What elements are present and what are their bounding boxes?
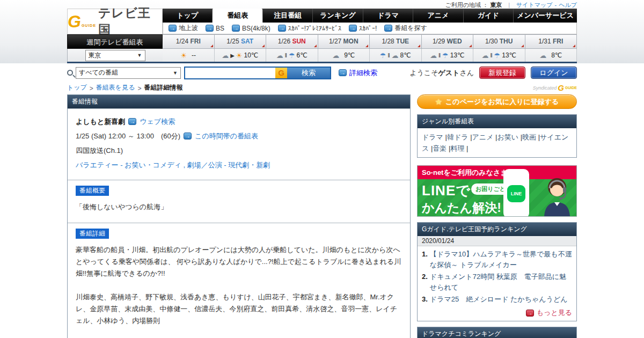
syndicated-label: Syndicated — [533, 85, 557, 91]
subnav-bs4k8k[interactable]: →BS(4k/8k) — [232, 25, 270, 32]
search-button[interactable]: 検索 — [287, 68, 330, 78]
genre-link[interactable]: アニメ — [472, 133, 494, 141]
detail-cast: 川畑泰史、高橋靖子、野下敏規、浅香あき恵、もりすけ、山田花子、宇都宮まき、新名徹… — [76, 291, 402, 327]
welcome-text: ようこそゲストさん — [409, 68, 474, 78]
subnav-bs[interactable]: →BS — [206, 25, 224, 32]
program-info-box: 番組情報 よしもと新喜劇 → ウェブ検索 1/25 (Sat) 12:00 ～ … — [67, 94, 411, 338]
chevron-down-icon: ▼ — [137, 53, 142, 58]
program-genres[interactable]: バラエティー - お笑い・コメディ , 劇場／公演 - 現代劇・新劇 — [76, 158, 402, 172]
day-tab-0127[interactable]: 1/27 MON — [318, 34, 370, 49]
weather-icon — [276, 52, 283, 59]
rank-title[interactable]: 【ドラマ10】ハムラアキラ～世界で最も不運な探偵～ トラブルメイカー — [430, 249, 572, 270]
breadcrumb-current: 番組詳細情報 — [144, 83, 182, 92]
search-icon — [67, 70, 73, 76]
day-tab-0129[interactable]: 1/29 WED — [422, 34, 474, 49]
ranking-item[interactable]: 2.ドキュメント72時間 秋葉原 電子部品に魅せられて — [422, 271, 572, 293]
site-header: G GUIDE テレビ王国 トップ 番組表 注目番組 ランキング ドラマ アニメ… — [67, 9, 577, 34]
weather-sep: ‖ — [387, 53, 390, 58]
topbar-divider: | — [508, 2, 510, 8]
reserve-ranking-box: Gガイド.テレビ王国予約ランキング 2020/01/24 1.【ドラマ10】ハム… — [417, 222, 577, 321]
web-search-link[interactable]: ウェブ検索 — [140, 114, 175, 129]
day-tab-0126[interactable]: 1/26 SUN — [266, 34, 318, 49]
program-type-select[interactable]: すべての番組▼ — [76, 67, 181, 79]
gguide-logo-icon: G — [558, 83, 564, 92]
gguide-logo-icon: G — [68, 13, 81, 30]
day-tab-0131[interactable]: 1/31 FRI — [525, 34, 577, 49]
genre-link[interactable]: 音楽 — [433, 144, 447, 152]
genre-links: ドラマ |韓ドラ |アニメ |お笑い |映画 |サイエンス |音楽 |料理 | — [418, 128, 576, 157]
nav-tab-top[interactable]: トップ — [163, 9, 212, 23]
genre-link[interactable]: お笑い — [497, 133, 518, 141]
advanced-search-label[interactable]: 詳細検索 — [349, 68, 377, 78]
help-link[interactable]: ヘルプ — [559, 1, 577, 9]
weather-icon — [332, 52, 339, 59]
breadcrumb-top[interactable]: トップ — [67, 83, 87, 92]
genre-link[interactable]: ドラマ — [422, 133, 443, 141]
gguide-input-icon: G — [275, 68, 287, 78]
timetable-link[interactable]: この時間帯の番組表 — [195, 129, 258, 143]
subnav-label: ｽｶﾊﾟｰ! — [359, 25, 377, 32]
login-button[interactable]: ログイン — [531, 67, 577, 79]
weather-temp: 6℃ — [297, 52, 308, 59]
brand-name: テレビ王国 — [98, 5, 162, 38]
arrow-icon: → — [384, 25, 392, 32]
weather-sep: ‖ — [490, 53, 492, 58]
subnav-search-programs[interactable]: →番組を探す — [384, 24, 427, 33]
genre-link[interactable]: 映画 — [522, 133, 536, 141]
rank-title[interactable]: ドキュメント72時間 秋葉原 電子部品に魅せられて — [430, 271, 572, 293]
day-tab-0125[interactable]: 1/25 SAT — [215, 34, 267, 49]
subnav-skyper[interactable]: →ｽｶﾊﾟｰ! — [349, 25, 377, 32]
syndicated-logo: Syndicated G GUIDE — [533, 83, 577, 92]
genre-link[interactable]: 料理 — [450, 144, 464, 152]
day-tab-0124[interactable]: 1/24 FRI — [163, 34, 215, 49]
weather-temp: 13℃ — [502, 52, 516, 59]
more-row: → もっと見る — [418, 307, 576, 321]
day-date: 1/25 — [226, 38, 239, 45]
breadcrumb-timetable[interactable]: 番組表を見る — [96, 83, 135, 92]
arrow-icon: → — [339, 69, 347, 76]
weather-icon — [494, 52, 501, 59]
search-input[interactable] — [185, 68, 275, 78]
day-dow: MON — [343, 38, 358, 45]
nav-tab-member[interactable]: メンバーサービス — [513, 9, 577, 23]
region-select[interactable]: 東京▼ — [85, 50, 145, 61]
site-logo[interactable]: G GUIDE テレビ王国 — [67, 9, 163, 34]
program-time: 1/25 (Sat) 12:00 ～ 13:00 (60分) — [76, 129, 180, 143]
favorite-button[interactable]: ★ このページをお気に入りに登録する — [417, 94, 577, 109]
nav-tab-ranking[interactable]: ランキング — [312, 9, 362, 23]
sonet-line-ad[interactable]: So-netをご利用のみなさまへ LINEで お困りごとを かんたん解決! LI… — [417, 165, 577, 217]
day-tab-0128[interactable]: 1/28 TUE — [370, 34, 422, 49]
nav-tab-guide[interactable]: ガイド — [463, 9, 513, 23]
sitemap-link[interactable]: サイトマップ — [516, 1, 553, 9]
nav-tab-anime[interactable]: アニメ — [413, 9, 463, 23]
day-dow: WED — [447, 38, 462, 45]
nav-tab-featured[interactable]: 注目番組 — [262, 9, 312, 23]
week-bar-title: 週間テレビ番組表 — [67, 34, 163, 49]
ad-line2: かんたん解決! — [422, 200, 501, 216]
ranking-item[interactable]: 3.ドラマ25 絶メシロード たかちゃんうどん — [422, 294, 572, 305]
ranking-item[interactable]: 1.【ドラマ10】ハムラアキラ～世界で最も不運な探偵～ トラブルメイカー — [422, 249, 572, 270]
subnav-terrestrial[interactable]: →地上波 — [169, 24, 198, 33]
nav-tab-drama[interactable]: ドラマ — [363, 9, 413, 23]
more-link[interactable]: もっと見る — [537, 308, 572, 318]
rank-number: 3. — [422, 294, 428, 305]
genre-link[interactable]: 韓ドラ — [447, 133, 469, 141]
nav-column: トップ 番組表 注目番組 ランキング ドラマ アニメ ガイド メンバーサービス … — [163, 9, 577, 34]
program-detail-section: 番組詳細 豪華客船の船員・川畑。初出航のプレオープンには大勢の人が乗船していた。… — [68, 223, 410, 338]
weather-cell: 8℃ — [525, 49, 577, 62]
arrow-icon: → — [232, 25, 240, 32]
gguide-logo-sub: GUIDE — [82, 24, 96, 27]
advanced-search-link[interactable]: →詳細検索 — [339, 68, 377, 78]
day-tab-0130[interactable]: 1/30 THU — [473, 34, 525, 49]
region-select-value: 東京 — [89, 51, 101, 60]
genre-box: ジャンル別番組表 ドラマ |韓ドラ |アニメ |お笑い |映画 |サイエンス |… — [417, 114, 577, 158]
subnav-skyper-premium[interactable]: →ｽｶﾊﾟｰ!ﾌﾟﾚﾐｱﾑｻｰﾋﾞｽ — [278, 25, 341, 32]
signup-button[interactable]: 新規登録 — [479, 67, 525, 79]
nav-tab-timetable[interactable]: 番組表 — [212, 9, 262, 23]
region-value: 東京 — [490, 1, 502, 9]
weather-sep: ▶ — [230, 53, 235, 58]
detail-badge: 番組詳細 — [76, 229, 109, 239]
rank-title[interactable]: ドラマ25 絶メシロード たかちゃんうどん — [430, 294, 568, 305]
gguide-logo-sub: GUIDE — [565, 86, 577, 90]
drama-ranking-box: ドラマクチコミランキング 2020/01/24 1.連続テレビ小説「スカーレット… — [417, 327, 577, 338]
